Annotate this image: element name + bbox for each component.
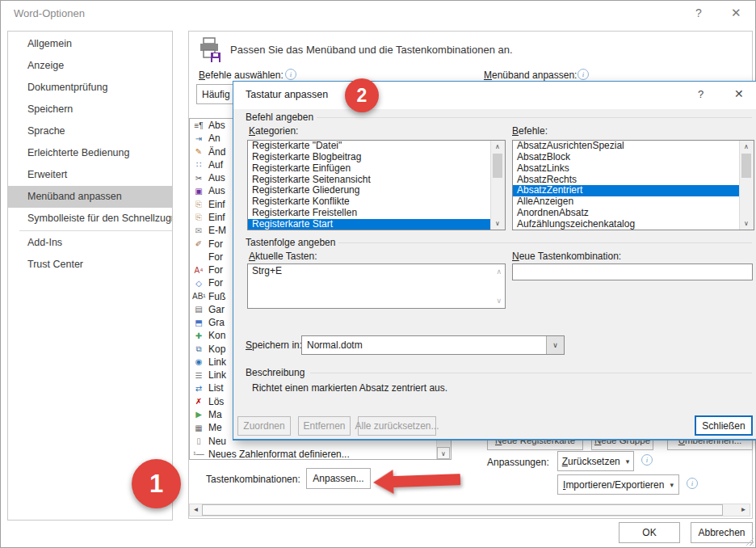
new-key-input[interactable] [512, 263, 753, 280]
command-item-icon: ⇄ [192, 384, 205, 393]
command-item-icon: ⎘ [192, 200, 205, 209]
sidebar-top-list: Allgemein Anzeige Dokumentprüfung Speich… [8, 33, 172, 230]
sidebar-item[interactable]: Allgemein [8, 33, 172, 55]
command-item-label: Gar [208, 304, 225, 315]
sidebar-item[interactable]: Dokumentprüfung [8, 77, 172, 99]
scroll-down-icon[interactable]: ∨ [740, 217, 753, 230]
close-button[interactable]: Schließen [695, 415, 753, 436]
info-icon[interactable]: i [578, 69, 589, 80]
scroll-right-icon[interactable]: ► [737, 504, 750, 516]
command-item[interactable]: AbsatzAusrichtenSpezial [513, 141, 740, 152]
command-item[interactable]: AbsatzLinks [513, 163, 740, 175]
command-item-label: Aufzählungszeichenkatalog [517, 219, 635, 230]
category-item[interactable]: Registerkarte Freistellen [248, 208, 491, 219]
customize-keyboard-dialog: Tastatur anpassen ? ✕ Befehl angeben Kat… [233, 81, 756, 441]
sidebar-item[interactable]: Erweitert [8, 164, 172, 186]
command-item[interactable]: Aufzählungszeichenkatalog [513, 219, 740, 230]
command-item-icon: ⧉ [192, 344, 205, 354]
sidebar-item-label: Speichern [27, 103, 73, 115]
save-in-value: Normal.dotm [307, 339, 363, 351]
sidebar-item[interactable]: Anzeige [8, 55, 172, 77]
category-item[interactable]: Registerkarte Konflikte [248, 196, 491, 208]
scroll-down-icon[interactable]: ∨ [437, 447, 450, 459]
scrollbar-thumb[interactable] [493, 154, 502, 178]
info-icon[interactable]: i [687, 478, 698, 489]
sidebar-item[interactable]: Speichern [8, 99, 172, 120]
command-item-label: Neu [208, 436, 226, 447]
category-item[interactable]: Registerkarte "Datei" [248, 141, 491, 152]
dialog-close-icon[interactable]: ✕ [734, 87, 744, 100]
category-item[interactable]: Registerkarte Einfügen [248, 163, 491, 175]
sidebar-item[interactable]: Menüband anpassen [8, 186, 172, 208]
horizontal-scrollbar[interactable]: ◄ ► [189, 504, 750, 516]
sidebar-item[interactable]: Symbolleiste für den Schnellzugriff [8, 208, 172, 230]
commands-listbox: AbsatzAusrichtenSpezialAbsatzBlockAbsatz… [512, 140, 754, 230]
commands-scrollbar[interactable]: ∧ ∨ [739, 141, 754, 230]
word-options-window: Word-Optionen ? ✕ Allgemein Anzeige Doku… [0, 0, 756, 548]
current-keys-label: Aktuelle Tasten: [249, 251, 317, 262]
command-item-icon: ◇ [192, 279, 205, 288]
current-keys-listbox[interactable]: Strg+E ∧ ∨ [247, 263, 506, 309]
cancel-button[interactable]: Abbrechen [691, 522, 753, 543]
sidebar-item[interactable]: Add-Ins [8, 232, 172, 254]
category-item[interactable]: Registerkarte Seitenansicht [248, 175, 491, 186]
categories-scrollbar[interactable]: ∧ ∨ [490, 141, 505, 230]
sidebar-item[interactable]: Erleichterte Bedienung [8, 142, 172, 164]
sidebar-item-label: Allgemein [27, 38, 72, 49]
command-item-label: AnordnenAbsatz [517, 208, 589, 218]
command-list-item[interactable]: ¹— Neues Zahlenformat definieren... [190, 448, 437, 459]
command-item[interactable]: AbsatzRechts [513, 175, 740, 186]
sidebar-item-label: Symbolleiste für den Schnellzugriff [27, 213, 172, 224]
command-item-label: Einf [208, 199, 225, 210]
command-item-label: An [208, 133, 220, 144]
resize-grip[interactable] [745, 537, 754, 546]
info-icon[interactable]: i [285, 69, 296, 80]
new-key-label: Neue Tastenkombination: [512, 251, 621, 262]
sidebar-item-label: Trust Center [27, 259, 83, 270]
sidebar-item[interactable]: Sprache [8, 120, 172, 142]
current-key-item[interactable]: Strg+E [248, 264, 505, 277]
customize-shortcuts-button[interactable]: Anpassen... [306, 468, 371, 489]
sidebar-item-label: Sprache [27, 125, 65, 137]
scroll-up-icon[interactable]: ∧ [491, 141, 504, 153]
command-item-icon: A⁴ [192, 266, 205, 275]
command-item-icon: ⬒ [192, 318, 205, 327]
command-item-label: Gra [208, 317, 225, 328]
category-item-label: Registerkarte Konflikte [252, 196, 350, 207]
category-item-label: Registerkarte "Datei" [252, 141, 342, 151]
category-item[interactable]: Registerkarte Start [248, 219, 491, 230]
ok-button[interactable]: OK [619, 522, 680, 543]
save-in-dropdown[interactable]: Normal.dotm ∨ [301, 335, 565, 355]
scrollbar-thumb[interactable] [741, 154, 751, 178]
scroll-up-icon[interactable]: ∧ [496, 268, 502, 276]
window-close-icon[interactable]: ✕ [731, 6, 741, 20]
command-item-label: E-M [208, 225, 226, 236]
info-icon[interactable]: i [641, 454, 653, 466]
command-item-icon: ▦ [192, 424, 205, 432]
command-item[interactable]: AbsatzBlock [513, 152, 740, 163]
sidebar-item-label: Dokumentprüfung [27, 82, 107, 93]
scroll-down-icon[interactable]: ∨ [496, 297, 502, 305]
sidebar-item[interactable]: Trust Center [8, 254, 172, 276]
command-item-icon: ≡¶ [192, 121, 205, 130]
category-item[interactable]: Registerkarte Blogbeitrag [248, 152, 491, 163]
scrollbar-thumb[interactable] [202, 504, 723, 516]
sidebar-item-label: Anzeige [27, 60, 64, 71]
window-help-icon[interactable]: ? [695, 6, 702, 19]
scroll-down-icon[interactable]: ∨ [491, 217, 504, 230]
sidebar: Allgemein Anzeige Dokumentprüfung Speich… [7, 31, 173, 521]
step-2-badge: 2 [345, 78, 379, 112]
assign-button[interactable]: Zuordnen [237, 416, 291, 436]
reset-all-button[interactable]: Alle zurücksetzen... [358, 416, 436, 436]
scroll-up-icon[interactable]: ∧ [740, 141, 753, 153]
command-item[interactable]: AlleAnzeigen [513, 196, 740, 208]
command-item[interactable]: AbsatzZentriert [513, 185, 740, 196]
scroll-left-icon[interactable]: ◄ [190, 504, 202, 516]
category-item[interactable]: Registerkarte Gliederung [248, 185, 491, 196]
dialog-help-icon[interactable]: ? [698, 88, 704, 100]
import-export-button[interactable]: Importieren/Exportieren▾ [557, 474, 679, 495]
command-item[interactable]: AnordnenAbsatz [513, 208, 740, 219]
remove-button[interactable]: Entfernen [298, 416, 351, 436]
reset-dropdown-button[interactable]: Zurücksetzen▾ [557, 451, 634, 471]
categories-listbox: Registerkarte "Datei"Registerkarte Blogb… [247, 140, 506, 230]
